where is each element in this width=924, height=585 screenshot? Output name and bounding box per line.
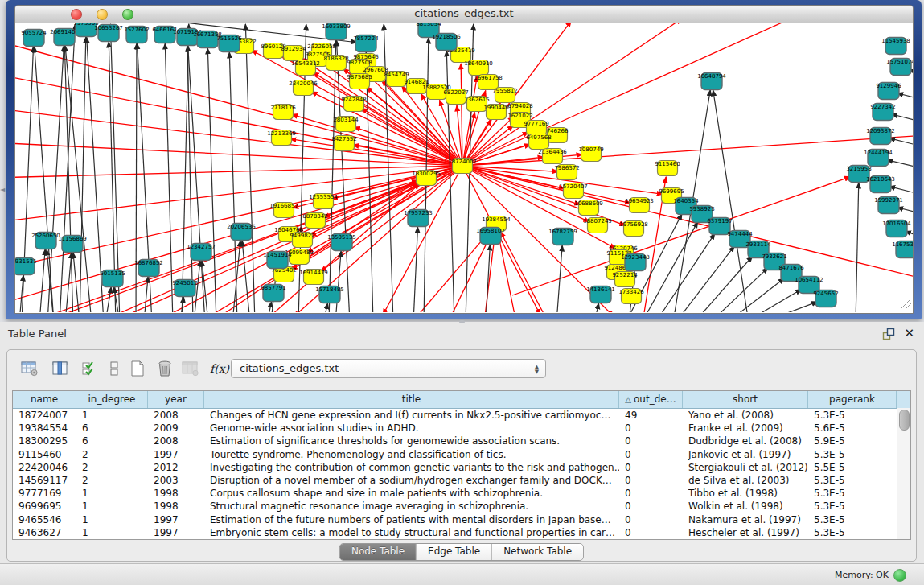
graph-node[interactable]: 18640910	[464, 60, 493, 76]
graph-node[interactable]: 12093872	[866, 128, 895, 145]
delete-column-button[interactable]	[154, 358, 176, 379]
graph-node[interactable]: 19654923	[625, 198, 654, 213]
graph-node[interactable]: 16210643	[866, 176, 895, 193]
graph-node[interactable]: 14136141	[586, 286, 615, 303]
column-header-name[interactable]: name	[13, 391, 76, 408]
splitter-handle[interactable]	[459, 320, 465, 323]
graph-node[interactable]: 9875685	[347, 74, 372, 89]
graph-node[interactable]: 21364436	[538, 149, 567, 164]
tab-edge-table[interactable]: Edge Table	[417, 544, 492, 560]
graph-node[interactable]: 15718485	[315, 286, 344, 303]
graph-node[interactable]: 1733426	[618, 289, 644, 304]
close-panel-icon[interactable]: ✕	[904, 326, 914, 340]
graph-node[interactable]: 8912934	[281, 46, 306, 61]
network-view-window[interactable]: citations_edges.txt 187240	[6, 0, 922, 319]
graph-node[interactable]: 2718176	[270, 105, 296, 120]
graph-node[interactable]: 15992971	[874, 197, 903, 214]
graph-node[interactable]: 11675300	[892, 241, 913, 258]
graph-node[interactable]: 3931531	[15, 258, 37, 275]
window-resize-grip[interactable]	[901, 299, 912, 309]
network-canvas[interactable]: 1872400718300295193845547963822896012889…	[15, 23, 913, 313]
graph-node[interactable]: 12342757	[187, 244, 216, 261]
graph-node[interactable]: 12444194	[864, 150, 893, 167]
graph-node[interactable]: 11451914	[263, 252, 292, 269]
graph-node[interactable]: 9227342	[870, 104, 895, 121]
graph-node[interactable]: 8186328	[323, 56, 348, 71]
graph-node[interactable]: 16782759	[548, 229, 577, 245]
graph-node[interactable]: 8427552	[331, 136, 356, 151]
graph-node[interactable]: 12923448	[621, 254, 650, 271]
graph-node[interactable]: 9115460	[655, 161, 680, 176]
graph-node[interactable]: 10688609	[574, 200, 603, 216]
graph-node[interactable]: 7955812	[492, 88, 517, 103]
table-source-select[interactable]: citations_edges.txt ▲▼	[231, 359, 546, 378]
graph-node[interactable]: 6497568	[526, 134, 551, 150]
column-header-in_degree[interactable]: in_degree	[76, 391, 148, 408]
graph-node[interactable]: 9242848	[341, 97, 366, 112]
panel-collapse-arrow-icon[interactable]: ◄	[0, 186, 5, 193]
graph-node[interactable]: 16958107	[476, 228, 505, 245]
graph-node[interactable]: 9857791	[261, 285, 285, 302]
table-row[interactable]: 977716911998Corpus callosum shape and si…	[13, 487, 910, 500]
float-panel-icon[interactable]	[882, 328, 895, 340]
graph-node[interactable]: 16648794	[697, 73, 726, 90]
graph-node[interactable]: 9055724	[21, 30, 47, 47]
table-row[interactable]: 1830029562008Estimation of significance …	[13, 435, 910, 447]
table-row[interactable]: 2242004622012Investigating the contribut…	[13, 461, 910, 474]
table-row[interactable]: 969969511998Structural magnetic resonanc…	[13, 500, 910, 513]
column-header-out_de[interactable]: △out_de…	[619, 391, 683, 408]
graph-node[interactable]: 9252214	[612, 272, 638, 287]
select-rows-button[interactable]	[78, 358, 101, 379]
graph-node[interactable]: 15720407	[559, 183, 588, 199]
graph-node[interactable]: 17016504	[882, 220, 911, 237]
table-settings-button[interactable]	[18, 358, 41, 379]
show-columns-button[interactable]	[49, 358, 72, 379]
graph-node[interactable]: 7857224	[353, 35, 379, 52]
graph-node[interactable]: 13505135	[327, 234, 356, 251]
graph-node[interactable]: 5015135	[100, 270, 125, 287]
graph-node[interactable]: 16914479	[299, 270, 328, 285]
graph-node[interactable]: 17957233	[404, 210, 433, 227]
column-header-title[interactable]: title	[204, 391, 619, 408]
graph-node[interactable]: 9245652	[813, 290, 838, 307]
row-height-button[interactable]	[103, 358, 125, 379]
graph-node[interactable]: 2803144	[333, 117, 359, 132]
table-row[interactable]: 1456911722003Disruption of a novel membe…	[13, 474, 910, 487]
graph-node[interactable]: 7625402	[271, 267, 296, 282]
graph-node[interactable]: 16543312	[291, 60, 320, 76]
graph-nodes[interactable]: 1872400718300295193845547963822896012889…	[15, 23, 913, 307]
table-row[interactable]: 1872400712008Changes of HCN gene express…	[13, 409, 910, 422]
graph-node[interactable]: 1080749	[578, 146, 603, 162]
graph-node[interactable]: 18807249	[583, 218, 612, 233]
column-header-year[interactable]: year	[148, 391, 204, 408]
graph-node[interactable]: 18300295	[412, 171, 441, 186]
graph-node[interactable]: 10653287	[94, 25, 123, 42]
graph-node[interactable]: 20691406	[50, 29, 79, 46]
table-row[interactable]: 946554611997Estimation of the future num…	[13, 513, 910, 526]
graph-node[interactable]: 19166857	[269, 203, 298, 218]
graph-node[interactable]: 9499822	[290, 233, 314, 248]
graph-node[interactable]: 16876852	[134, 260, 163, 277]
column-header-pagerank[interactable]: pagerank	[808, 391, 897, 408]
node-table[interactable]: namein_degreeyeartitle△out_de…shortpager…	[12, 390, 911, 540]
graph-node[interactable]: 11156869	[58, 236, 87, 253]
graph-node[interactable]: 15751074	[886, 59, 913, 76]
vertical-scrollbar[interactable]	[897, 408, 910, 539]
graph-node[interactable]: 1990448	[483, 105, 508, 120]
tab-node-table[interactable]: Node Table	[340, 544, 417, 560]
graph-node[interactable]: 1527602	[124, 27, 149, 43]
graph-node[interactable]: 9245012	[172, 280, 197, 297]
create-column-button[interactable]	[126, 358, 149, 379]
graph-node[interactable]: 12213369	[267, 130, 296, 146]
graph-node[interactable]: 7515526	[216, 35, 242, 52]
graph-node[interactable]: 20206536	[227, 224, 256, 241]
graph-node[interactable]: 18724007	[448, 159, 477, 174]
graph-node[interactable]: 25260650	[31, 233, 60, 249]
scrollbar-thumb[interactable]	[899, 410, 910, 431]
graph-node[interactable]: 19756928	[619, 221, 648, 237]
graph-node[interactable]: 11545938	[881, 38, 910, 55]
table-row[interactable]: 946362711997Embryonic stem cells: a mode…	[13, 526, 910, 539]
graph-node[interactable]: 8878342	[302, 213, 327, 229]
graph-node[interactable]: 16033809	[322, 23, 351, 40]
function-builder-button[interactable]: f(x)	[208, 358, 231, 379]
